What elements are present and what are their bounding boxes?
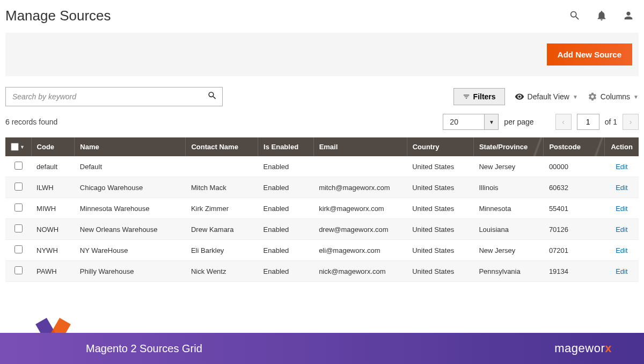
cell-country: United States bbox=[407, 240, 473, 261]
edit-link[interactable]: Edit bbox=[616, 163, 627, 171]
row-checkbox[interactable] bbox=[14, 224, 23, 232]
sources-grid: ▼ Code Name Contact Name Is Enabled Emai… bbox=[5, 137, 639, 282]
row-checkbox[interactable] bbox=[14, 266, 23, 274]
col-header-action: Action bbox=[605, 137, 639, 156]
grid-header-row: ▼ Code Name Contact Name Is Enabled Emai… bbox=[5, 137, 639, 156]
page-input[interactable] bbox=[577, 114, 599, 130]
table-row: MIWHMinnesota WarehouseKirk ZimmerEnable… bbox=[5, 198, 639, 219]
cell-is-enabled: Enabled bbox=[258, 261, 314, 282]
select-all-checkbox[interactable] bbox=[11, 143, 19, 151]
cell-contact-name: Kirk Zimmer bbox=[186, 198, 258, 219]
default-view-control[interactable]: Default View ▼ bbox=[515, 92, 578, 101]
cell-email: nick@mageworx.com bbox=[313, 261, 407, 282]
caret-down-icon: ▼ bbox=[633, 94, 639, 100]
col-header-name[interactable]: Name bbox=[75, 137, 186, 156]
cell-email: mitch@mageworx.com bbox=[313, 177, 407, 198]
edit-link[interactable]: Edit bbox=[616, 184, 627, 192]
screenshot-frame: Manage Sources Add New Source bbox=[0, 0, 644, 364]
per-page-select[interactable]: 20 ▼ bbox=[443, 114, 499, 130]
next-page-button[interactable]: › bbox=[623, 114, 639, 130]
page-header: Manage Sources bbox=[5, 4, 639, 33]
app-area: Manage Sources Add New Source bbox=[0, 0, 644, 333]
col-header-contact-name[interactable]: Contact Name bbox=[186, 137, 258, 156]
cell-postcode: 19134 bbox=[544, 261, 605, 282]
search-input[interactable] bbox=[5, 87, 223, 106]
select-all-header[interactable]: ▼ bbox=[5, 137, 31, 156]
cell-country: United States bbox=[407, 198, 473, 219]
col-header-is-enabled[interactable]: Is Enabled bbox=[258, 137, 314, 156]
table-row: ILWHChicago WarehouseMitch MackEnabledmi… bbox=[5, 177, 639, 198]
cell-code: NOWH bbox=[31, 219, 75, 240]
header-actions bbox=[569, 8, 639, 24]
col-header-state[interactable]: State/Province bbox=[473, 137, 543, 156]
cell-code: ILWH bbox=[31, 177, 75, 198]
table-row: PAWHPhilly WarehouseNick WentzEnablednic… bbox=[5, 261, 639, 282]
search-box bbox=[5, 87, 223, 106]
cell-code: default bbox=[31, 156, 75, 177]
edit-link[interactable]: Edit bbox=[616, 205, 627, 213]
cell-contact-name bbox=[186, 156, 258, 177]
edit-link[interactable]: Edit bbox=[616, 225, 627, 234]
edit-link[interactable]: Edit bbox=[616, 246, 627, 254]
cell-name: New Orleans Warehouse bbox=[75, 219, 186, 240]
notifications-icon[interactable] bbox=[596, 10, 608, 24]
row-checkbox[interactable] bbox=[14, 183, 23, 191]
search-icon[interactable] bbox=[207, 91, 217, 103]
col-header-code[interactable]: Code bbox=[31, 137, 75, 156]
footer-banner: Magento 2 Sources Grid mageworx bbox=[0, 333, 644, 364]
search-icon[interactable] bbox=[569, 10, 581, 24]
row-checkbox[interactable] bbox=[14, 203, 23, 212]
cell-state: New Jersey bbox=[473, 156, 543, 177]
cell-is-enabled: Enabled bbox=[258, 240, 314, 261]
cell-is-enabled: Enabled bbox=[258, 198, 314, 219]
cell-email: drew@mageworx.com bbox=[313, 219, 407, 240]
col-header-country[interactable]: Country bbox=[407, 137, 473, 156]
pager: 20 ▼ per page ‹ of 1 › bbox=[443, 114, 639, 130]
cell-is-enabled: Enabled bbox=[258, 177, 314, 198]
cell-postcode: 55401 bbox=[544, 198, 605, 219]
cell-state: Illinois bbox=[473, 177, 543, 198]
cell-email: eli@mageworx.com bbox=[313, 240, 407, 261]
caret-down-icon[interactable]: ▼ bbox=[485, 114, 499, 130]
cell-contact-name: Nick Wentz bbox=[186, 261, 258, 282]
funnel-icon bbox=[463, 93, 470, 100]
cell-is-enabled: Enabled bbox=[258, 156, 314, 177]
columns-label: Columns bbox=[601, 92, 630, 101]
brand-logo: mageworx bbox=[554, 341, 612, 355]
col-header-email[interactable]: Email bbox=[313, 137, 407, 156]
cell-postcode: 00000 bbox=[544, 156, 605, 177]
eye-icon bbox=[515, 92, 524, 101]
columns-control[interactable]: Columns ▼ bbox=[588, 92, 639, 101]
cell-name: Chicago Warehouse bbox=[75, 177, 186, 198]
cell-postcode: 60632 bbox=[544, 177, 605, 198]
gear-icon bbox=[588, 92, 597, 101]
cell-contact-name: Mitch Mack bbox=[186, 177, 258, 198]
filters-button[interactable]: Filters bbox=[453, 88, 505, 105]
caret-down-icon: ▼ bbox=[573, 94, 578, 100]
prev-page-button[interactable]: ‹ bbox=[555, 114, 572, 130]
row-checkbox[interactable] bbox=[14, 245, 23, 253]
of-pages-label: of 1 bbox=[605, 118, 617, 126]
col-header-postcode[interactable]: Postcode bbox=[544, 137, 605, 156]
cell-name: NY WareHouse bbox=[75, 240, 186, 261]
cell-country: United States bbox=[407, 261, 473, 282]
cell-contact-name: Drew Kamara bbox=[186, 219, 258, 240]
toolbar-row: Filters Default View ▼ Columns ▼ bbox=[5, 87, 639, 106]
row-checkbox[interactable] bbox=[14, 162, 23, 170]
per-page-label: per page bbox=[504, 118, 533, 126]
cell-email bbox=[313, 156, 407, 177]
table-row: NOWHNew Orleans WarehouseDrew KamaraEnab… bbox=[5, 219, 639, 240]
cell-code: MIWH bbox=[31, 198, 75, 219]
per-page-value: 20 bbox=[443, 114, 485, 130]
caret-down-icon[interactable]: ▼ bbox=[20, 144, 25, 150]
cell-name: Minnesota Warehouse bbox=[75, 198, 186, 219]
table-row: defaultDefaultEnabledUnited StatesNew Je… bbox=[5, 156, 639, 177]
cell-state: Louisiana bbox=[473, 219, 543, 240]
table-row: NYWHNY WareHouseEli BarkleyEnabledeli@ma… bbox=[5, 240, 639, 261]
cell-code: NYWH bbox=[31, 240, 75, 261]
cell-country: United States bbox=[407, 177, 473, 198]
cell-contact-name: Eli Barkley bbox=[186, 240, 258, 261]
account-icon[interactable] bbox=[623, 10, 634, 24]
edit-link[interactable]: Edit bbox=[616, 267, 627, 275]
add-new-source-button[interactable]: Add New Source bbox=[547, 43, 632, 65]
